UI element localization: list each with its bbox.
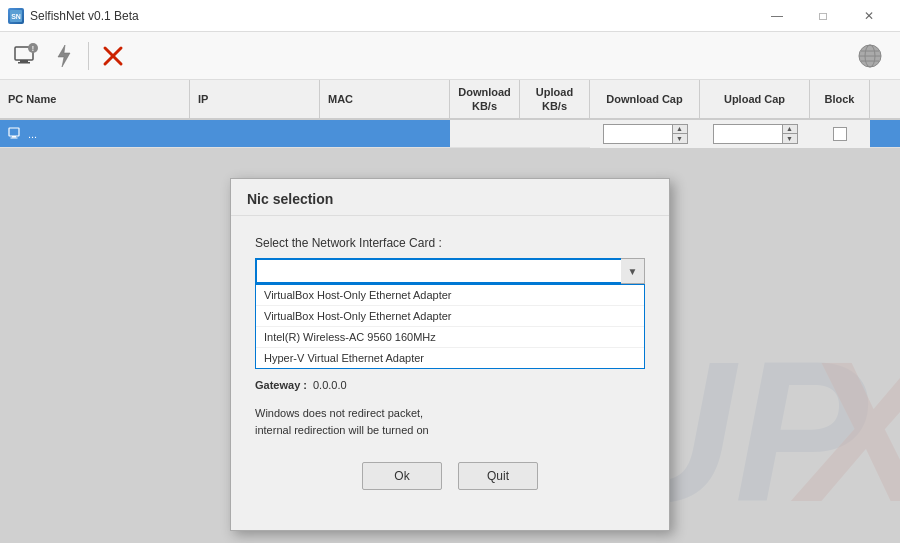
dropdown-list: VirtualBox Host-Only Ethernet Adapter Vi… (255, 284, 645, 369)
table-container: PC Name IP MAC Download KB/s Upload KB/s… (0, 80, 900, 148)
cell-mac (320, 120, 450, 147)
upload-cap-spinners: ▲ ▼ (783, 124, 798, 144)
svg-rect-16 (12, 136, 16, 138)
lightning-icon (53, 43, 75, 69)
header-upload-kbs: Upload KB/s (520, 80, 590, 118)
svg-marker-7 (58, 45, 70, 67)
upload-cap-down[interactable]: ▼ (783, 133, 797, 142)
download-cap-down[interactable]: ▼ (673, 133, 687, 142)
modal-overlay: Nic selection Select the Network Interfa… (0, 148, 900, 543)
svg-rect-3 (20, 60, 28, 62)
header-upload-cap: Upload Cap (700, 80, 810, 118)
cell-ip (190, 120, 320, 147)
download-cap-cell: ▲ ▼ (590, 120, 700, 148)
app-title: SelfishNet v0.1 Beta (30, 9, 139, 23)
header-download-cap: Download Cap (590, 80, 700, 118)
nic-label: Select the Network Interface Card : (255, 236, 645, 250)
download-cap-spinners: ▲ ▼ (673, 124, 688, 144)
toolbar: ! (0, 32, 900, 80)
quit-button[interactable]: Quit (458, 462, 538, 490)
toolbar-separator-1 (88, 42, 89, 70)
header-download-kbs: Download KB/s (450, 80, 520, 118)
globe-icon (856, 42, 884, 70)
dropdown-item-1[interactable]: VirtualBox Host-Only Ethernet Adapter (256, 306, 644, 327)
gateway-value: 0.0.0.0 (313, 379, 347, 391)
maximize-button[interactable]: □ (800, 0, 846, 32)
table-header: PC Name IP MAC Download KB/s Upload KB/s… (0, 80, 900, 120)
download-cap-input[interactable] (603, 124, 673, 144)
nic-select-input[interactable] (255, 258, 645, 284)
main-area: UP X Nic selection Select the Network In… (0, 148, 900, 543)
dropdown-item-3[interactable]: Hyper-V Virtual Ethernet Adapter (256, 348, 644, 368)
header-mac: MAC (320, 80, 450, 118)
svg-rect-17 (11, 137, 18, 138)
header-pc-name: PC Name (0, 80, 190, 118)
modal-info-text: Windows does not redirect packet, intern… (255, 405, 645, 438)
upload-cap-cell: ▲ ▼ (700, 120, 810, 148)
ok-button[interactable]: Ok (362, 462, 442, 490)
globe-button[interactable] (852, 38, 888, 74)
upload-cap-input[interactable] (713, 124, 783, 144)
header-ip: IP (190, 80, 320, 118)
svg-rect-4 (18, 62, 30, 64)
upload-cap-up[interactable]: ▲ (783, 125, 797, 134)
dropdown-item-0[interactable]: VirtualBox Host-Only Ethernet Adapter (256, 285, 644, 306)
lightning-button[interactable] (46, 38, 82, 74)
table-row[interactable]: ... ▲ ▼ ▲ ▼ (0, 120, 900, 148)
download-cap-up[interactable]: ▲ (673, 125, 687, 134)
x-mark-icon (102, 45, 124, 67)
svg-text:SN: SN (11, 13, 21, 20)
svg-rect-15 (9, 128, 19, 136)
nic-selection-modal: Nic selection Select the Network Interfa… (230, 178, 670, 531)
title-bar-left: SN SelfishNet v0.1 Beta (8, 8, 139, 24)
cell-download-kbs (450, 120, 520, 147)
nic-select-container: ▼ VirtualBox Host-Only Ethernet Adapter … (255, 258, 645, 369)
modal-title-bar: Nic selection (231, 179, 669, 216)
cell-pc-name: ... (0, 120, 190, 147)
computer-icon: ! (13, 43, 39, 69)
app-icon: SN (8, 8, 24, 24)
svg-text:!: ! (32, 45, 34, 52)
cell-upload-kbs (520, 120, 590, 147)
modal-buttons: Ok Quit (255, 462, 645, 510)
gateway-row: Gateway : 0.0.0.0 (255, 379, 645, 391)
block-checkbox[interactable] (833, 127, 847, 141)
minimize-button[interactable]: — (754, 0, 800, 32)
modal-title: Nic selection (247, 191, 333, 207)
block-cell (810, 120, 870, 148)
computer-button[interactable]: ! (8, 38, 44, 74)
header-block: Block (810, 80, 870, 118)
window-controls: — □ ✕ (754, 0, 892, 32)
dropdown-item-2[interactable]: Intel(R) Wireless-AC 9560 160MHz (256, 327, 644, 348)
close-button[interactable]: ✕ (846, 0, 892, 32)
block-button[interactable] (95, 38, 131, 74)
modal-body: Select the Network Interface Card : ▼ Vi… (231, 216, 669, 530)
gateway-label: Gateway : (255, 379, 307, 391)
row-computer-icon (8, 126, 24, 142)
title-bar: SN SelfishNet v0.1 Beta — □ ✕ (0, 0, 900, 32)
